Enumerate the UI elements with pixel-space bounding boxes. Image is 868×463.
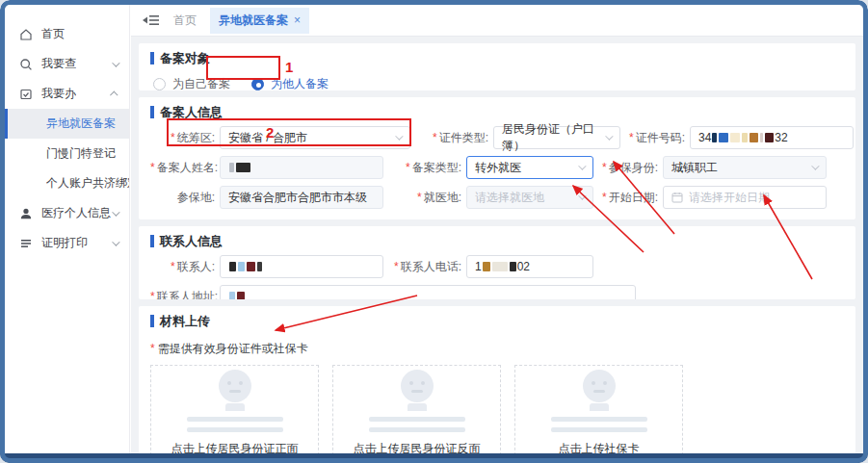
radio-for-self[interactable]: 为自己备案 — [153, 76, 230, 90]
sidebar-item-i-want-handle[interactable]: 我要办 — [5, 79, 129, 109]
sidebar-item-label: 异地就医备案 — [46, 116, 116, 132]
sidebar-item-label: 个人账户共济绑定 — [46, 175, 129, 192]
start-date-picker[interactable]: 请选择开始日期 — [663, 186, 827, 209]
field-label: *统筹区: — [150, 130, 220, 146]
avatar-placeholder-icon — [219, 370, 251, 402]
value-text: 转外就医 — [475, 160, 521, 176]
masked-value-block — [257, 262, 262, 271]
section-record-target: 备案对象 为自己备案为他人备案 — [139, 43, 855, 90]
section-title: 联系人信息 — [150, 234, 844, 248]
upload-id-front[interactable]: 点击上传居民身份证正面 — [150, 365, 319, 453]
record-type-select[interactable]: 转外就医 — [466, 156, 593, 179]
tab-label: 异地就医备案 — [219, 13, 288, 29]
tab-remote-medical-record[interactable]: 异地就医备案× — [210, 8, 309, 34]
avatar-shoulder — [408, 403, 427, 411]
field-label: *联系人地址: — [150, 289, 220, 300]
masked-value-block — [760, 133, 763, 142]
required-asterisk: * — [629, 131, 634, 144]
value-text: 02 — [517, 260, 530, 273]
chevron-up-icon — [110, 90, 118, 98]
insured-place-input: 安徽省合肥市合肥市市本级 — [220, 186, 383, 209]
app-window: 首页我要查我要办异地就医备案门慢门特登记个人账户共济绑定医疗个人信息证明打印 首… — [0, 0, 868, 463]
upload-requirement-note: *需提供有效身份证件或社保卡 — [150, 341, 844, 357]
field-label: *证件类型: — [414, 130, 493, 146]
masked-value-block — [712, 133, 717, 142]
upload-id-back[interactable]: 点击上传居民身份证反面 — [332, 365, 501, 453]
field-label: *参保身份: — [595, 160, 663, 176]
tab-close-icon[interactable]: × — [294, 13, 301, 27]
tab-strip: 首页异地就医备案× — [173, 8, 309, 34]
placeholder-text: 请选择就医地 — [475, 190, 544, 206]
contact-name-input[interactable] — [220, 255, 383, 278]
placeholder-bar — [187, 417, 283, 422]
chevron-down-icon — [112, 59, 119, 66]
upload-social-card[interactable]: 点击上传社保卡 — [514, 365, 683, 453]
radio-group: 为自己备案为他人备案 — [150, 76, 844, 90]
section-title: 材料上传 — [150, 314, 844, 328]
page-content: 备案对象 为自己备案为他人备案 备案人信息 *统筹区:安徽省 / 合肥市*证件类… — [131, 37, 863, 453]
masked-value-block — [229, 292, 235, 299]
field-insured-identity-select: *参保身份:城镇职工 — [593, 156, 827, 179]
sidebar-item-label: 医疗个人信息 — [41, 205, 111, 221]
chevron-down-icon — [578, 162, 586, 169]
sidebar-item-certificate-print[interactable]: 证明打印 — [5, 228, 129, 258]
tab-home[interactable]: 首页 — [173, 13, 197, 29]
required-asterisk: * — [406, 161, 410, 174]
required-asterisk: * — [394, 260, 399, 273]
field-record-type-select: *备案类型:转外就医 — [383, 156, 593, 179]
window-bottom-bar — [0, 453, 868, 463]
treatment-place-select: 请选择就医地 — [466, 186, 593, 209]
masked-value-block — [742, 133, 748, 142]
tasks-icon — [19, 88, 33, 101]
field-label: *备案人姓名: — [150, 160, 220, 176]
field-treatment-place-select: *就医地:请选择就医地 — [383, 186, 593, 209]
insured-identity-select: 城镇职工 — [663, 156, 827, 179]
required-asterisk: * — [171, 131, 175, 144]
required-asterisk: * — [417, 191, 422, 204]
sidebar-item-label: 我要查 — [41, 56, 76, 72]
required-asterisk: * — [150, 161, 155, 174]
upload-box-label: 点击上传社保卡 — [559, 441, 640, 453]
sidebar-item-account-mutual-binding[interactable]: 个人账户共济绑定 — [5, 168, 129, 198]
sidebar-item-medical-personal-info[interactable]: 医疗个人信息 — [5, 198, 129, 228]
masked-value-block — [237, 292, 245, 299]
section-title: 备案对象 — [150, 51, 844, 65]
required-asterisk: * — [150, 290, 155, 300]
search-icon — [19, 58, 33, 71]
radio-for-others[interactable]: 为他人备案 — [251, 76, 329, 90]
user-icon — [19, 207, 33, 220]
person-name-input — [220, 156, 383, 179]
chevron-down-icon — [112, 208, 119, 216]
masked-value-block — [483, 262, 490, 271]
radio-selected-icon — [251, 78, 264, 90]
sidebar-item-label: 我要办 — [41, 86, 76, 102]
value-text: 安徽省合肥市合肥市市本级 — [228, 190, 367, 206]
sidebar-item-home[interactable]: 首页 — [5, 19, 129, 49]
region-select[interactable]: 安徽省 / 合肥市 — [220, 126, 410, 149]
section-title: 备案人信息 — [150, 105, 844, 119]
masked-value-block — [510, 262, 516, 271]
contact-address-input[interactable] — [220, 285, 636, 299]
sidebar-item-i-want-query[interactable]: 我要查 — [5, 49, 129, 79]
id-type-select[interactable]: 居民身份证（户口簿） — [493, 126, 620, 149]
sidebar-item-label: 首页 — [41, 26, 65, 42]
chevron-down-icon — [578, 192, 586, 199]
field-label: *联系人: — [150, 259, 220, 275]
field-label: *就医地: — [387, 190, 466, 206]
upload-box-label: 点击上传居民身份证正面 — [171, 441, 299, 453]
sidebar-item-chronic-special-register[interactable]: 门慢门特登记 — [5, 139, 129, 168]
collapse-sidebar-icon[interactable] — [143, 13, 160, 28]
required-asterisk: * — [150, 342, 155, 355]
avatar-placeholder-icon — [583, 370, 616, 402]
sidebar-item-remote-medical-record[interactable]: 异地就医备案 — [5, 109, 129, 139]
id-number-input[interactable]: 3432 — [690, 126, 854, 149]
masked-value-block — [236, 163, 250, 172]
value-text: 32 — [775, 131, 787, 144]
contact-phone-input[interactable]: 102 — [466, 255, 593, 278]
placeholder-bar — [187, 427, 283, 432]
field-id-type-select: *证件类型:居民身份证（户口簿） — [410, 126, 620, 149]
required-asterisk: * — [171, 260, 175, 273]
form-row: *联系人:*联系人电话:102 — [150, 255, 844, 278]
masked-value-block — [750, 133, 758, 142]
masked-value-block — [229, 262, 236, 271]
